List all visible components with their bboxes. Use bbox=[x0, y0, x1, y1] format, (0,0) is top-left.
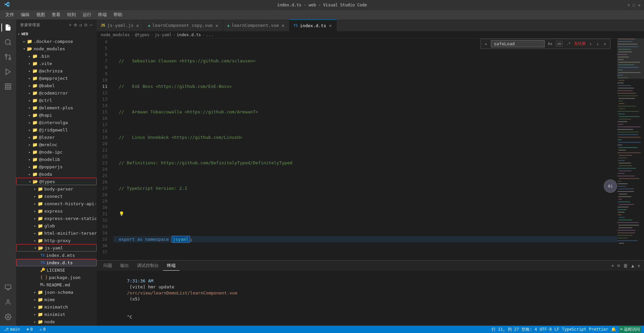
tree-item-mime[interactable]: ▸ 📁 mime bbox=[16, 296, 97, 303]
tree-item-node-modules[interactable]: ▾ 📂 node_modules bbox=[16, 45, 97, 52]
find-expand-icon[interactable]: ▸ bbox=[484, 41, 489, 47]
panel-tab-output[interactable]: 输出 bbox=[116, 261, 133, 271]
tree-item-intervolga[interactable]: ▸ 📁 @intervolga bbox=[16, 119, 97, 126]
tree-item-glob[interactable]: ▸ 📁 glob bbox=[16, 222, 97, 229]
tree-item-package-json[interactable]: { } package.json bbox=[16, 274, 97, 281]
avatar-bubble[interactable]: Ai bbox=[604, 179, 617, 193]
tree-item-node[interactable]: ▸ 📁 node bbox=[16, 318, 97, 325]
breadcrumb-types[interactable]: @types bbox=[135, 33, 149, 37]
tree-item-license[interactable]: 🔑 LICENSE bbox=[16, 266, 97, 274]
tree-item-achrinza[interactable]: ▸ 📁 @achrinza bbox=[16, 67, 97, 74]
tree-item-http-proxy[interactable]: ▸ 📁 http-proxy bbox=[16, 237, 97, 244]
activity-account[interactable] bbox=[1, 295, 15, 309]
activity-extensions[interactable] bbox=[1, 80, 15, 93]
tree-item-babel[interactable]: ▸ 📁 @babel bbox=[16, 82, 97, 89]
tree-root-web[interactable]: ▾ WEB bbox=[16, 30, 97, 38]
status-eol[interactable]: LF bbox=[553, 326, 560, 333]
panel-new-terminal[interactable]: + bbox=[610, 262, 615, 269]
panel-maximize[interactable]: ▲ bbox=[630, 262, 635, 269]
activity-git[interactable] bbox=[1, 50, 15, 64]
tree-item-nodelib[interactable]: ▸ 📁 @nodelib bbox=[16, 156, 97, 163]
activity-explorer[interactable] bbox=[1, 21, 15, 34]
bulb-icon[interactable]: 💡 bbox=[119, 211, 124, 217]
tree-item-hapi[interactable]: ▸ 📁 @hapi bbox=[16, 111, 97, 119]
tree-item-types[interactable]: ▾ 📂 @types bbox=[16, 178, 97, 185]
status-spaces[interactable]: 空格: 4 bbox=[520, 326, 538, 333]
tree-item-codemirror[interactable]: ▸ 📁 @codemirror bbox=[16, 89, 97, 97]
tab-close-js-yaml[interactable]: ✕ bbox=[136, 22, 140, 29]
panel-tab-problems[interactable]: 问题 bbox=[99, 261, 116, 271]
status-encoding[interactable]: UTF-8 bbox=[538, 326, 553, 333]
tree-item-express-serve[interactable]: ▸ 📁 express-serve-static-core bbox=[16, 215, 97, 222]
panel-kill-terminal[interactable]: 🗑 bbox=[622, 262, 629, 269]
tree-item-docker[interactable]: ▸ 📁 .docker-compose bbox=[16, 38, 97, 45]
breadcrumb-index-dts[interactable]: index.d.ts bbox=[177, 33, 201, 37]
tree-item-popperjs[interactable]: ▸ 📁 @popperjs bbox=[16, 163, 97, 170]
tree-item-bin[interactable]: ▸ 📁 .bin bbox=[16, 52, 97, 60]
find-whole-word[interactable]: ab bbox=[556, 41, 563, 47]
breadcrumb-node-modules[interactable]: node_modules bbox=[101, 33, 130, 37]
find-close-icon[interactable]: ✕ bbox=[602, 41, 607, 47]
new-file-icon[interactable]: + bbox=[69, 22, 72, 27]
activity-debug[interactable] bbox=[1, 65, 15, 78]
menu-run[interactable]: 运行 bbox=[80, 11, 94, 18]
tree-item-html-minifier[interactable]: ▸ 📁 html-minifier-terser bbox=[16, 229, 97, 237]
find-prev-icon[interactable]: ↑ bbox=[588, 41, 593, 47]
find-input[interactable] bbox=[491, 40, 545, 47]
tab-learn[interactable]: ▲ learnComponent.vue ✕ bbox=[223, 19, 289, 31]
find-match-case[interactable]: Aa bbox=[547, 41, 554, 47]
minimap-slider[interactable] bbox=[617, 39, 644, 79]
tree-item-connect-history[interactable]: ▸ 📁 connect-history-api-fallback bbox=[16, 200, 97, 207]
breadcrumb-js-yaml[interactable]: js-yaml bbox=[155, 33, 172, 37]
panel-close[interactable]: ✕ bbox=[637, 262, 641, 269]
tree-item-ampproject[interactable]: ▸ 📁 @ampproject bbox=[16, 74, 97, 82]
tree-item-minimist[interactable]: ▸ 📁 minimist bbox=[16, 311, 97, 318]
status-line-col[interactable]: 行 11, 列 27 bbox=[490, 326, 520, 333]
find-regex[interactable]: .* bbox=[565, 41, 572, 47]
status-language[interactable]: TypeScript bbox=[561, 326, 588, 333]
tree-item-ctrl[interactable]: ▸ 📁 @ctrl bbox=[16, 97, 97, 104]
collapse-all-icon[interactable]: ⊟ bbox=[84, 22, 87, 27]
tab-learn-copy[interactable]: ▲ learnComponent copy.vue ✕ bbox=[144, 19, 223, 31]
code-editor[interactable]: // Sebastian Clausen <https://github.com… bbox=[113, 39, 617, 260]
tab-close-learn-copy[interactable]: ✕ bbox=[215, 22, 219, 29]
tree-item-vite[interactable]: ▸ 📁 .vite bbox=[16, 60, 97, 67]
tree-item-index-mts[interactable]: TS index.d.mts bbox=[16, 252, 97, 259]
panel-tab-terminal[interactable]: 终端 bbox=[163, 261, 180, 271]
panel-split-terminal[interactable]: ⊟ bbox=[616, 262, 621, 269]
menu-view[interactable]: 视图 bbox=[34, 11, 48, 18]
tree-item-lezer[interactable]: ▸ 📁 @lezer bbox=[16, 133, 97, 141]
menu-help[interactable]: 帮助 bbox=[111, 11, 125, 18]
menu-go[interactable]: 转到 bbox=[64, 11, 79, 18]
tree-item-body-parser[interactable]: ▸ 📁 body-parser bbox=[16, 185, 97, 192]
tree-item-readme[interactable]: M↓ README.md bbox=[16, 281, 97, 288]
status-remote[interactable]: ⌨ 远程访问 bbox=[619, 326, 641, 333]
tree-item-node-ipc[interactable]: ▸ 📁 @node-ipc bbox=[16, 148, 97, 156]
tab-index-dts[interactable]: TS index.d.ts ✕ bbox=[289, 19, 337, 31]
panel-tab-debug[interactable]: 调试控制台 bbox=[133, 261, 163, 271]
status-notifications[interactable]: 🔔 bbox=[610, 326, 617, 333]
find-next-icon[interactable]: ↓ bbox=[595, 41, 600, 47]
status-warnings[interactable]: ⚠ 0 bbox=[38, 326, 47, 333]
tree-item-element-plus[interactable]: ▸ 📁 @element-plus bbox=[16, 104, 97, 111]
tree-item-express[interactable]: ▸ 📁 express bbox=[16, 207, 97, 215]
more-actions-icon[interactable]: ⋯ bbox=[90, 22, 93, 27]
status-errors[interactable]: ⊗ 0 bbox=[25, 326, 34, 333]
tab-close-learn[interactable]: ✕ bbox=[281, 22, 285, 29]
tree-item-minimatch[interactable]: ▸ 📁 minimatch bbox=[16, 303, 97, 311]
menu-edit[interactable]: 编辑 bbox=[18, 11, 32, 18]
menu-file[interactable]: 文件 bbox=[3, 11, 17, 18]
tab-close-index-dts[interactable]: ✕ bbox=[328, 22, 332, 29]
tree-item-json-schema[interactable]: ▸ 📁 json-schema bbox=[16, 288, 97, 296]
tree-item-js-yaml-folder[interactable]: ▾ 📂 js-yaml bbox=[16, 244, 97, 252]
activity-search[interactable] bbox=[1, 36, 15, 49]
title-close[interactable]: ✕ bbox=[638, 2, 641, 8]
new-folder-icon[interactable]: ⊞ bbox=[74, 22, 77, 27]
tree-item-connect[interactable]: ▸ 📁 connect bbox=[16, 192, 97, 200]
tree-item-jridgewell[interactable]: ▸ 📁 @jridgewell bbox=[16, 126, 97, 133]
tab-js-yaml-js[interactable]: JS js-yaml.js ✕ bbox=[97, 19, 144, 31]
tree-item-index-dts[interactable]: TS index.d.ts bbox=[16, 259, 97, 266]
status-git-branch[interactable]: ⎇ main bbox=[3, 326, 21, 333]
activity-settings[interactable] bbox=[1, 310, 15, 324]
menu-terminal[interactable]: 终端 bbox=[95, 11, 109, 18]
